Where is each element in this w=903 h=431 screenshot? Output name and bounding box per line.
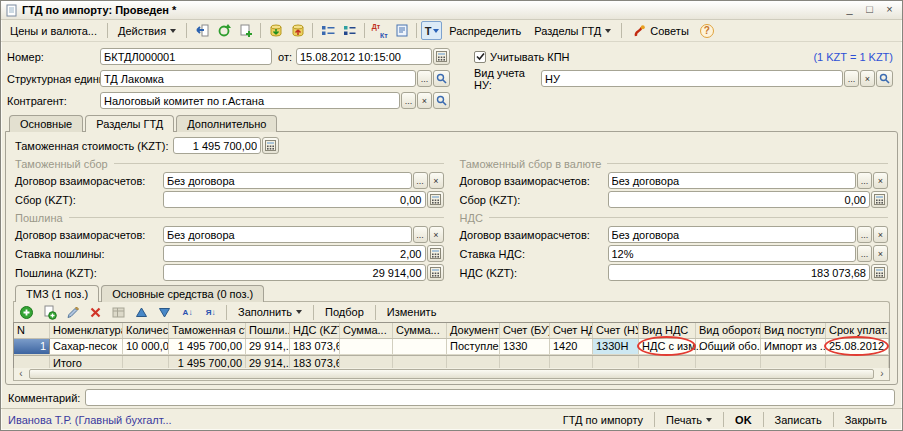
unit-select-button[interactable]: ... [417, 70, 432, 87]
comment-input[interactable] [85, 389, 895, 406]
fee-contract-select-button[interactable]: ... [413, 172, 428, 189]
refresh-button[interactable] [213, 21, 234, 40]
vat-contract-clear-button[interactable]: × [873, 226, 888, 243]
column-header[interactable]: Документ п... [447, 323, 500, 338]
column-header[interactable]: Вид оборота [696, 323, 761, 338]
vat-rate-select-button[interactable]: ... [857, 245, 872, 262]
nu-open-button[interactable] [876, 70, 893, 87]
gtd-import-button[interactable]: ГТД по импорту [555, 413, 651, 427]
contractor-select-button[interactable]: ... [401, 92, 416, 109]
column-header[interactable]: Вид поступл... [761, 323, 826, 338]
table-cell[interactable]: Общий обо... [696, 339, 761, 354]
scrollbar-thumb[interactable] [29, 369, 874, 379]
table-cell[interactable]: НДС с изм... [639, 339, 696, 354]
actions-button[interactable]: Действия [112, 22, 182, 40]
prices-currency-button[interactable]: Цены и валюта... [4, 22, 103, 40]
table-cell[interactable]: 1330 [500, 339, 550, 354]
kpn-checkbox[interactable] [474, 51, 486, 63]
unpost-document-button[interactable] [287, 21, 308, 40]
column-header[interactable]: Счет (БУ) [500, 323, 550, 338]
horizontal-scrollbar[interactable]: ‹ › [13, 368, 890, 381]
column-header[interactable]: Количес... [123, 323, 169, 338]
fee-amount-input[interactable] [163, 191, 426, 208]
tips-button[interactable]: Советы [626, 21, 694, 41]
table-cell[interactable]: 25.08.2012 [826, 339, 889, 354]
duty-amount-calc-button[interactable] [427, 264, 444, 281]
date-picker-button[interactable] [433, 48, 450, 65]
table-cell[interactable]: 1 495 700,00 [169, 339, 246, 354]
feecur-amount-calc-button[interactable] [871, 191, 888, 208]
vat-amount-calc-button[interactable] [871, 264, 888, 281]
new-document-button[interactable] [235, 21, 256, 40]
duty-rate-calc-button[interactable] [427, 245, 444, 262]
sort-desc-button[interactable]: Я↓ [200, 303, 221, 322]
close-window-button[interactable]: Закрыть [837, 413, 895, 427]
pick-button[interactable]: Подбор [319, 303, 370, 321]
column-header[interactable]: Счет (НУ) [593, 323, 639, 338]
column-header[interactable]: Номенклатура [50, 323, 123, 338]
nu-input[interactable] [541, 70, 843, 87]
gtd-sections-button[interactable]: Разделы ГТД [528, 22, 617, 40]
settings-list-button[interactable] [339, 21, 360, 40]
scroll-left-button[interactable]: ‹ [14, 368, 28, 380]
feecur-contract-clear-button[interactable]: × [873, 172, 888, 189]
number-input[interactable] [100, 48, 272, 65]
duty-contract-input[interactable] [163, 226, 412, 243]
table-cell[interactable]: 1420 [550, 339, 593, 354]
dt-kt-button[interactable]: ДтКт [369, 21, 390, 40]
save-button[interactable]: Записать [767, 413, 830, 427]
tab-fixed-assets[interactable]: Основные средства (0 поз.) [101, 285, 264, 302]
vat-amount-input[interactable] [608, 264, 871, 281]
move-up-button[interactable] [131, 303, 152, 322]
contractor-open-button[interactable] [433, 92, 450, 109]
table-cell[interactable] [393, 339, 447, 354]
fee-contract-clear-button[interactable]: × [429, 172, 444, 189]
tab-osnovnye[interactable]: Основные [9, 115, 83, 132]
move-down-button[interactable] [154, 303, 175, 322]
delete-row-button[interactable] [85, 303, 106, 322]
date-input[interactable] [296, 48, 432, 65]
fee-amount-calc-button[interactable] [427, 191, 444, 208]
document-movements-button[interactable] [317, 21, 338, 40]
fill-button[interactable]: Заполнить [232, 303, 308, 321]
table-cell[interactable]: 10 000,0... [123, 339, 169, 354]
feecur-amount-input[interactable] [608, 191, 871, 208]
table-row[interactable]: 1Сахар-песок10 000,0...1 495 700,0029 91… [14, 339, 889, 355]
fee-contract-input[interactable] [163, 172, 412, 189]
report-button[interactable] [391, 21, 412, 40]
tab-razdely-gtd[interactable]: Разделы ГТД [85, 115, 174, 132]
scroll-right-button[interactable]: › [875, 368, 889, 380]
totals-toggle-button[interactable]: Т [421, 21, 442, 40]
close-button[interactable]: × [881, 3, 898, 17]
maximize-button[interactable]: □ [861, 3, 878, 17]
table-cell[interactable] [340, 339, 393, 354]
contractor-clear-button[interactable]: × [417, 92, 432, 109]
column-header[interactable]: Сумма... [340, 323, 393, 338]
vat-contract-input[interactable] [608, 226, 857, 243]
customs-value-calc-button[interactable] [262, 137, 279, 154]
end-edit-button[interactable] [108, 303, 129, 322]
reread-button[interactable] [191, 21, 212, 40]
contractor-input[interactable] [100, 92, 400, 109]
minimize-button[interactable]: _ [841, 3, 858, 17]
column-header[interactable]: Таможенная ст... [169, 323, 246, 338]
post-document-button[interactable] [265, 21, 286, 40]
distribute-button[interactable]: Распределить [443, 22, 527, 40]
table-cell[interactable]: Сахар-песок [50, 339, 123, 354]
column-header[interactable]: Вид НДС [639, 323, 696, 338]
nu-select-button[interactable]: ... [844, 70, 859, 87]
tab-tmz[interactable]: ТМЗ (1 поз.) [15, 285, 99, 302]
column-header[interactable]: Срок уплат... [826, 323, 889, 338]
add-row-button[interactable] [16, 303, 37, 322]
table-cell[interactable]: 183 073,68 [290, 339, 340, 354]
change-button[interactable]: Изменить [381, 303, 443, 321]
nu-clear-button[interactable]: × [860, 70, 875, 87]
help-icon[interactable]: ? [700, 24, 714, 38]
table-cell[interactable]: Импорт из ... [761, 339, 826, 354]
sort-asc-button[interactable]: А↓ [177, 303, 198, 322]
copy-row-button[interactable] [39, 303, 60, 322]
print-button[interactable]: Печать [658, 413, 720, 427]
duty-contract-clear-button[interactable]: × [429, 226, 444, 243]
duty-rate-input[interactable] [163, 245, 426, 262]
unit-open-button[interactable] [433, 70, 450, 87]
